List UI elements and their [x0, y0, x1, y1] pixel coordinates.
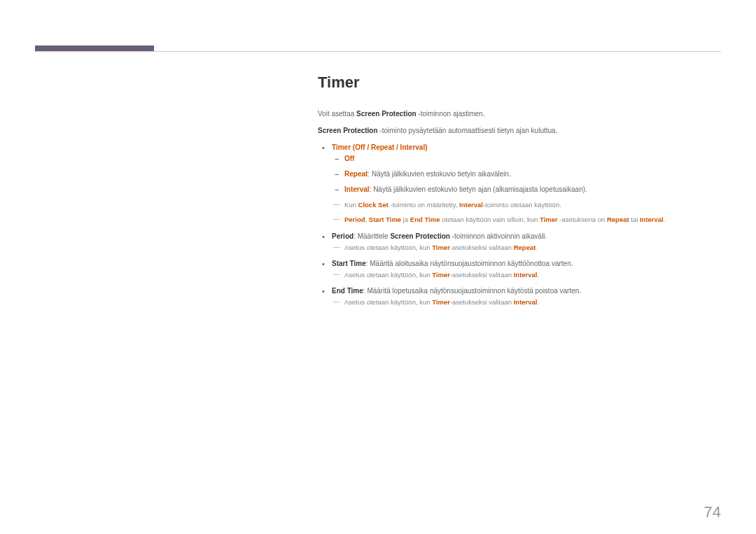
dash-interval: Interval: Näytä jälkikuvien estokuvio ti… — [332, 184, 721, 195]
text: -toiminto on määritetty, — [388, 201, 459, 209]
highlight: Timer — [432, 298, 450, 306]
highlight: End Time — [332, 287, 363, 295]
highlight: Start Time — [369, 216, 401, 223]
text: -asetukseksi valitaan — [450, 271, 514, 279]
text: . — [538, 271, 540, 279]
highlight: Period — [344, 216, 365, 223]
highlight: Interval — [514, 298, 538, 306]
note-period-times: Period, Start Time ja End Time otetaan k… — [332, 214, 721, 225]
highlight: Timer — [432, 244, 450, 251]
highlight: Period — [332, 232, 354, 240]
text: : Määritä aloitusaika näytönsuojaustoimi… — [366, 260, 573, 267]
highlight: Interval — [344, 185, 370, 193]
highlight: Clock Set — [358, 201, 388, 209]
highlight: Off — [344, 155, 354, 162]
text: Voit asettaa — [318, 110, 356, 118]
text: -toiminto pysäytetään automaattisesti ti… — [378, 127, 558, 134]
text: ja — [401, 216, 410, 223]
highlight: Repeat — [514, 244, 536, 251]
highlight: End Time — [410, 216, 440, 223]
highlight: Timer — [432, 271, 450, 279]
text: -asetukseksi valitaan — [450, 244, 514, 251]
header-divider — [35, 51, 721, 52]
highlight: Timer — [332, 143, 351, 151]
highlight: Interval — [459, 201, 483, 209]
highlight: Interval — [640, 216, 664, 223]
text: . — [536, 244, 538, 251]
intro-paragraph-1: Voit asettaa Screen Protection -toiminno… — [318, 108, 721, 120]
dash-off: Off — [332, 153, 721, 164]
text: : Määrittele — [354, 232, 390, 240]
text: Asetus otetaan käyttöön, kun — [344, 271, 432, 279]
text: -toiminnon aktivoinnin aikaväli. — [450, 232, 547, 240]
highlight: Screen Protection — [356, 110, 416, 118]
note-start-time: Asetus otetaan käyttöön, kun Timer-asetu… — [332, 269, 721, 280]
text: tai — [629, 216, 640, 223]
note-period: Asetus otetaan käyttöön, kun Timer-asetu… — [332, 242, 721, 253]
content-area: Timer Voit asettaa Screen Protection -to… — [318, 70, 721, 313]
text: Asetus otetaan käyttöön, kun — [344, 298, 432, 306]
text: : Määritä lopetusaika näytönsuojaustoimi… — [363, 287, 581, 295]
bullet-period: Period: Määrittele Screen Protection -to… — [318, 231, 721, 253]
text: Asetus otetaan käyttöön, kun — [344, 244, 432, 251]
highlight: Screen Protection — [318, 127, 378, 134]
text: Kun — [344, 201, 358, 209]
text: . — [664, 216, 666, 223]
sub-dash-list: Off Repeat: Näytä jälkikuvien estokuvio … — [332, 153, 721, 195]
bullet-timer: Timer (Off / Repeat / Interval) Off Repe… — [318, 142, 721, 225]
text: -toiminnon ajastimen. — [416, 110, 485, 118]
dash-repeat: Repeat: Näytä jälkikuvien estokuvio tiet… — [332, 169, 721, 180]
text: otetaan käyttöön vain silloin, kun — [440, 216, 540, 223]
highlight: (Off / Repeat / Interval) — [351, 143, 427, 151]
highlight: Screen Protection — [390, 232, 450, 240]
note-clock-set: Kun Clock Set -toiminto on määritetty, I… — [332, 199, 721, 210]
text: : Näytä jälkikuvien estokuvio tietyn aja… — [370, 185, 587, 193]
bullet-end-time: End Time: Määritä lopetusaika näytönsuoj… — [318, 286, 721, 307]
highlight: Interval — [514, 271, 538, 279]
section-title: Timer — [318, 70, 721, 94]
highlight: Start Time — [332, 260, 366, 267]
text: : Näytä jälkikuvien estokuvio tietyin ai… — [368, 170, 511, 178]
text: -asetukseksi valitaan — [450, 298, 514, 306]
text: . — [538, 298, 540, 306]
intro-paragraph-2: Screen Protection -toiminto pysäytetään … — [318, 125, 721, 136]
highlight: Timer — [540, 216, 558, 223]
note-end-time: Asetus otetaan käyttöön, kun Timer-asetu… — [332, 297, 721, 307]
text: -toiminto otetaan käyttöön. — [483, 201, 561, 209]
highlight: Repeat — [607, 216, 629, 223]
bullet-start-time: Start Time: Määritä aloitusaika näytönsu… — [318, 258, 721, 280]
highlight: Repeat — [344, 170, 368, 178]
main-bullet-list: Timer (Off / Repeat / Interval) Off Repe… — [318, 142, 721, 307]
text: -asetuksena on — [558, 216, 607, 223]
page-number: 74 — [704, 503, 721, 521]
